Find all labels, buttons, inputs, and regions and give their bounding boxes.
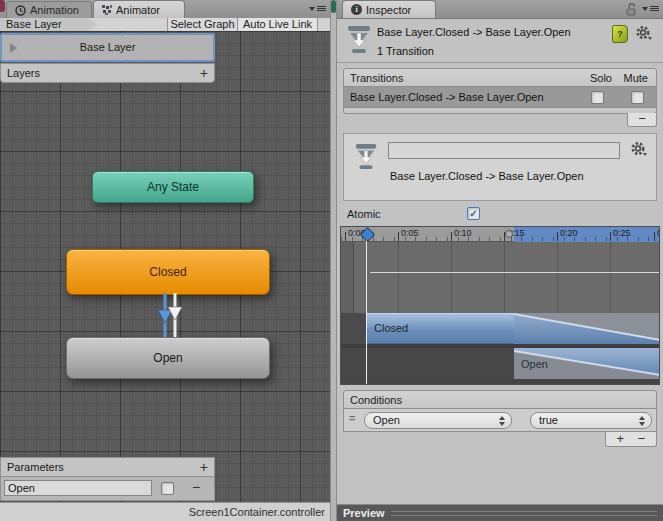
inspector-tabbar: i Inspector: [337, 0, 663, 19]
atomic-checkbox[interactable]: ✓: [467, 207, 480, 220]
window-menu-icon[interactable]: [642, 6, 659, 11]
transition-detail-box: Base Layer.Closed -> Base Layer.Open: [343, 133, 657, 201]
tab-animator-label: Animator: [116, 4, 160, 16]
breadcrumb-chevron-icon: [88, 18, 97, 31]
unity-editor: Animation Animator Base Layer: [0, 0, 663, 521]
condition-value-dropdown[interactable]: true: [530, 412, 652, 429]
state-machine-graph[interactable]: Base Layer Layers + Any State Closed Ope…: [0, 31, 330, 502]
transition-down-arrowhead: [158, 310, 172, 323]
condition-add-remove-box: + −: [605, 432, 657, 447]
auto-live-link-button[interactable]: Auto Live Link: [237, 18, 318, 31]
transition-detail-label: Base Layer.Closed -> Base Layer.Open: [390, 170, 584, 182]
window-menu-icon[interactable]: [309, 6, 326, 11]
layers-header: Layers +: [0, 63, 215, 83]
inspector-header: Base Layer.Closed -> Base Layer.Open 1 T…: [337, 18, 663, 63]
atomic-row: Atomic ✓: [343, 206, 657, 224]
add-parameter-button[interactable]: +: [200, 458, 208, 476]
preview-label: Preview: [343, 507, 385, 519]
info-icon: i: [351, 4, 362, 15]
transitions-list: Transitions Solo Mute Base Layer.Closed …: [343, 68, 657, 114]
parameter-value-checkbox[interactable]: [161, 482, 174, 495]
transition-icon: [346, 24, 372, 56]
condition-row[interactable]: = Open true: [343, 409, 657, 432]
animator-status-bar: Screen1Container.controller: [0, 502, 330, 521]
transitions-list-footer: [343, 108, 657, 114]
preview-drag-handle[interactable]: [391, 511, 657, 516]
animator-toolbar: Base Layer Select Graph Auto Live Link: [0, 18, 330, 32]
add-layer-button[interactable]: +: [200, 64, 208, 82]
destination-state-label: Open: [521, 358, 548, 370]
solo-column-label: Solo: [590, 69, 612, 87]
transition-arrows[interactable]: [148, 293, 198, 337]
remove-condition-button[interactable]: −: [638, 431, 646, 446]
tab-animator[interactable]: Animator: [93, 0, 185, 18]
ruler-label: 0:05: [401, 228, 419, 238]
timeline-body[interactable]: Closed Open: [341, 242, 660, 385]
drag-handle-icon[interactable]: =: [349, 412, 355, 424]
mute-checkbox[interactable]: [631, 91, 644, 104]
gear-icon[interactable]: [630, 141, 648, 157]
transition-name-input[interactable]: [388, 142, 620, 159]
gear-icon[interactable]: [635, 25, 653, 41]
atomic-label: Atomic: [347, 208, 381, 220]
breadcrumb-label: Base Layer: [6, 18, 62, 30]
node-closed[interactable]: Closed: [66, 249, 270, 295]
layer-item-base-layer[interactable]: Base Layer: [0, 33, 215, 62]
remove-parameter-button[interactable]: −: [192, 479, 200, 495]
mute-column-label: Mute: [624, 69, 648, 87]
add-condition-button[interactable]: +: [617, 431, 625, 446]
window-splitter[interactable]: [330, 0, 337, 521]
layer-item-label: Base Layer: [2, 41, 213, 53]
tab-animation[interactable]: Animation: [6, 1, 92, 18]
inspector-subtitle: 1 Transition: [377, 45, 434, 57]
animator-icon: [102, 5, 112, 15]
source-state-label: Closed: [374, 322, 408, 334]
clock-icon: [15, 5, 26, 16]
dropdown-arrows-icon: [639, 416, 645, 426]
dock-indicator-right: [331, 0, 336, 13]
inspector-window: i Inspector Base Layer.Closed -> Base La…: [337, 0, 663, 521]
transition-start-marker[interactable]: [505, 230, 513, 238]
tab-inspector[interactable]: i Inspector: [342, 0, 436, 18]
conditions-header: Conditions: [343, 390, 657, 409]
ruler-label: 0:10: [454, 228, 472, 238]
controller-path-label: Screen1Container.controller: [189, 506, 325, 518]
transition-icon: [354, 142, 378, 172]
solo-checkbox[interactable]: [591, 91, 604, 104]
dropdown-arrows-icon: [499, 416, 505, 426]
help-book-icon[interactable]: ?: [612, 25, 628, 43]
lock-icon[interactable]: [624, 3, 637, 16]
breadcrumb[interactable]: Base Layer: [0, 18, 88, 31]
exit-time-line[interactable]: [370, 272, 660, 273]
remove-transition-button[interactable]: −: [627, 113, 657, 127]
transitions-list-header: Transitions Solo Mute: [343, 68, 657, 87]
node-open[interactable]: Open: [66, 337, 270, 379]
inspector-title: Base Layer.Closed -> Base Layer.Open: [377, 26, 571, 38]
preview-bar[interactable]: Preview: [337, 504, 663, 521]
tab-inspector-label: Inspector: [366, 4, 411, 16]
parameters-header: Parameters +: [0, 457, 215, 477]
animator-tabbar: Animation Animator: [0, 0, 330, 19]
tab-animation-label: Animation: [30, 4, 79, 16]
parameter-row: −: [0, 477, 215, 501]
node-any-state[interactable]: Any State: [92, 171, 254, 203]
select-graph-button[interactable]: Select Graph: [167, 18, 237, 31]
timeline-ruler[interactable]: 0:00 0:05 0:10 0:15 0:20 0:25 0:30: [341, 227, 660, 242]
source-fade-out: [514, 313, 660, 344]
dock-indicator-left: [0, 0, 5, 12]
animator-window: Animation Animator Base Layer: [0, 0, 330, 521]
parameter-name-input[interactable]: [4, 480, 152, 496]
conditions-list: Conditions = Open true + −: [343, 390, 657, 432]
transition-row[interactable]: Base Layer.Closed -> Base Layer.Open: [343, 87, 657, 108]
playhead-line[interactable]: [366, 238, 367, 385]
transition-row-label: Base Layer.Closed -> Base Layer.Open: [350, 91, 544, 103]
ruler-label: 0:30: [657, 228, 660, 238]
transition-timeline[interactable]: 0:00 0:05 0:10 0:15 0:20 0:25 0:30: [340, 226, 660, 385]
source-state-bar[interactable]: Closed: [367, 313, 514, 344]
ruler-label: 0:20: [560, 228, 578, 238]
ruler-label: 0:25: [613, 228, 631, 238]
condition-parameter-dropdown[interactable]: Open: [364, 412, 512, 429]
